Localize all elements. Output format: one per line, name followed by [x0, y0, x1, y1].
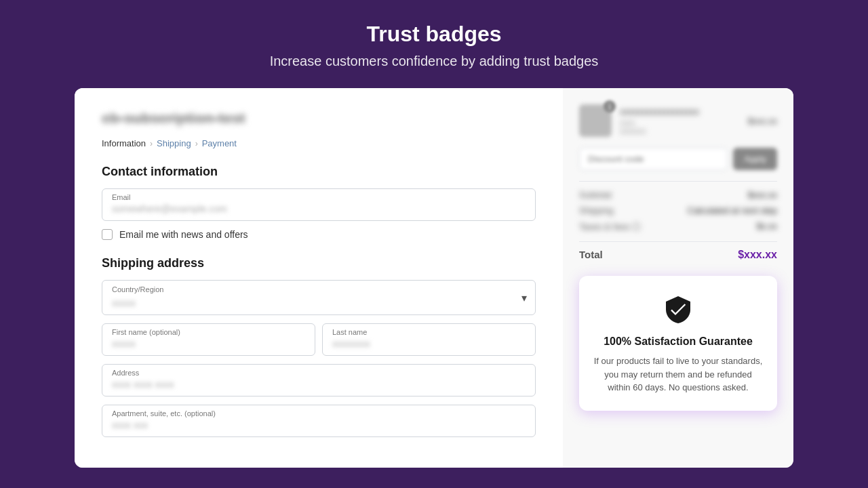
email-optin-label: Email me with news and offers — [119, 229, 248, 240]
subtotal-value: $xxx.xx — [748, 190, 777, 200]
coupon-apply-button[interactable]: Apply — [733, 148, 777, 170]
order-item-sub2: xxxxxxx — [620, 127, 740, 135]
order-totals: Subtotal $xxx.xx Shipping Calculated at … — [579, 181, 777, 233]
trust-badge-text: If our products fail to live to your sta… — [593, 354, 764, 394]
shipping-label: Shipping — [579, 205, 614, 216]
trust-badge-card: 100% Satisfaction Guarantee If our produ… — [579, 276, 777, 411]
shield-check-icon — [660, 292, 696, 327]
trust-badge-wrapper: 100% Satisfaction Guarantee If our produ… — [579, 276, 777, 411]
firstname-label: First name (optional) — [112, 328, 305, 336]
total-row: Total $xxx.xx — [579, 241, 777, 268]
address-input-wrapper[interactable]: Address — [102, 364, 536, 396]
firstname-field-group: First name (optional) — [102, 323, 315, 356]
lastname-input[interactable] — [332, 338, 526, 349]
breadcrumb-shipping[interactable]: Shipping — [157, 138, 191, 148]
total-label: Total — [579, 249, 603, 261]
apt-input-wrapper[interactable]: Apartment, suite, etc. (optional) — [102, 405, 536, 437]
breadcrumb-payment[interactable]: Payment — [202, 138, 237, 148]
firstname-input[interactable] — [112, 338, 305, 349]
page-header: Trust badges Increase customers confiden… — [256, 0, 612, 88]
country-chevron-icon: ▾ — [521, 291, 527, 304]
order-item-price: $xxx.xx — [748, 116, 777, 126]
taxes-label: Taxes & fees ⓘ — [579, 221, 641, 233]
lastname-input-wrapper[interactable]: Last name — [322, 323, 536, 356]
address-label: Address — [112, 369, 526, 377]
total-value: $xxx.xx — [738, 249, 777, 261]
country-field-group: Country/Region xxxxx ▾ — [102, 280, 536, 315]
email-input[interactable] — [112, 203, 526, 214]
taxes-value: $x.xx — [757, 221, 777, 233]
breadcrumb-sep-1: › — [150, 139, 153, 148]
taxes-row: Taxes & fees ⓘ $x.xx — [579, 221, 777, 233]
right-panel: 1 xxxxxxxxxxxxxxxxxx xxxx xxxxxxx $xxx.x… — [563, 88, 793, 468]
firstname-input-wrapper[interactable]: First name (optional) — [102, 323, 315, 356]
subtotal-row: Subtotal $xxx.xx — [579, 190, 777, 200]
subtotal-label: Subtotal — [579, 190, 612, 200]
country-value: xxxxx — [112, 298, 136, 308]
lastname-label: Last name — [332, 328, 526, 336]
breadcrumb-sep-2: › — [195, 139, 198, 148]
main-container: cb-subscription-test Information › Shipp… — [75, 88, 793, 468]
name-row: First name (optional) Last name — [102, 323, 536, 356]
email-input-wrapper[interactable]: Email — [102, 188, 536, 221]
country-select-wrapper[interactable]: Country/Region xxxxx ▾ — [102, 280, 536, 315]
left-panel: cb-subscription-test Information › Shipp… — [75, 88, 563, 468]
breadcrumb: Information › Shipping › Payment — [102, 138, 536, 148]
order-item-name: xxxxxxxxxxxxxxxxxx — [620, 106, 740, 117]
lastname-field-group: Last name — [322, 323, 536, 356]
order-item: 1 xxxxxxxxxxxxxxxxxx xxxx xxxxxxx $xxx.x… — [579, 104, 777, 137]
email-optin-row: Email me with news and offers — [102, 229, 536, 240]
shipping-section-title: Shipping address — [102, 256, 536, 270]
store-name: cb-subscription-test — [102, 110, 536, 127]
breadcrumb-information[interactable]: Information — [102, 138, 146, 148]
apt-field-group: Apartment, suite, etc. (optional) — [102, 405, 536, 437]
order-item-details: xxxxxxxxxxxxxxxxxx xxxx xxxxxxx — [620, 106, 740, 135]
order-item-sub: xxxx — [620, 119, 740, 127]
apt-input[interactable] — [112, 420, 526, 430]
apt-label: Apartment, suite, etc. (optional) — [112, 409, 526, 418]
email-field-group: Email — [102, 188, 536, 221]
contact-section-title: Contact information — [102, 165, 536, 179]
shipping-value: Calculated at next step — [688, 205, 777, 216]
email-label: Email — [112, 193, 526, 201]
coupon-input[interactable] — [579, 148, 728, 170]
page-subtitle: Increase customers confidence by adding … — [270, 54, 599, 69]
email-optin-checkbox[interactable] — [102, 229, 113, 240]
shipping-row: Shipping Calculated at next step — [579, 205, 777, 216]
address-field-group: Address — [102, 364, 536, 396]
trust-badge-title: 100% Satisfaction Guarantee — [593, 336, 764, 348]
coupon-row: Apply — [579, 148, 777, 170]
country-label: Country/Region — [112, 285, 163, 293]
page-title: Trust badges — [270, 22, 599, 47]
address-input[interactable] — [112, 379, 526, 390]
